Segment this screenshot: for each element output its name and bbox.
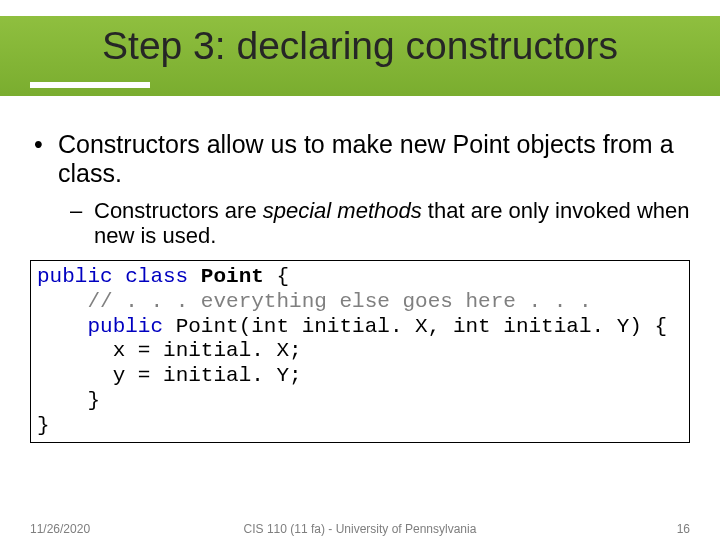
code-block: public class Point { // . . . everything… — [30, 260, 690, 443]
content-area: Constructors allow us to make new Point … — [30, 130, 690, 443]
bullet2-italic: special methods — [263, 198, 422, 223]
footer-page-number: 16 — [677, 522, 690, 536]
code-text: } — [87, 389, 100, 412]
code-text: Point(int initial. X, int initial. Y) { — [176, 315, 667, 338]
code-comment: // . . . everything else goes here . . . — [87, 290, 591, 313]
code-kw: public class — [37, 265, 201, 288]
code-kw: public — [87, 315, 175, 338]
bullet2-prefix: Constructors are — [94, 198, 263, 223]
code-text: } — [37, 414, 50, 437]
code-text: x = initial. X; — [113, 339, 302, 362]
code-text: y = initial. Y; — [113, 364, 302, 387]
code-text: { — [264, 265, 289, 288]
footer-center: CIS 110 (11 fa) - University of Pennsylv… — [30, 522, 690, 536]
bullet-level1: Constructors allow us to make new Point … — [30, 130, 690, 188]
slide-title: Step 3: declaring constructors — [0, 24, 720, 68]
code-classname: Point — [201, 265, 264, 288]
title-underline — [30, 82, 150, 88]
bullet-level2: Constructors are special methods that ar… — [30, 198, 690, 249]
